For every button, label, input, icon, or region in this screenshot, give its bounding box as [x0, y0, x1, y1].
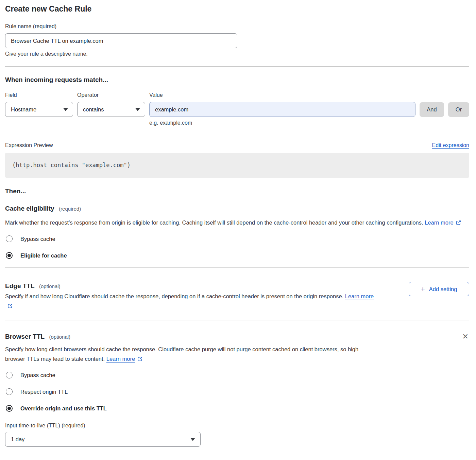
required-badge: (required)	[59, 206, 81, 212]
chevron-down-icon	[63, 108, 68, 111]
close-icon[interactable]: ✕	[461, 333, 470, 341]
ttl-select-arrow-button[interactable]	[185, 432, 200, 446]
edge-ttl-title: Edge TTL	[5, 282, 35, 289]
plus-icon: +	[421, 285, 425, 293]
divider	[5, 267, 469, 268]
radio-bypass-cache[interactable]: Bypass cache	[5, 235, 55, 242]
radio-override-origin-ttl[interactable]: Override origin and use this TTL	[5, 405, 107, 412]
radio-eligible-for-cache[interactable]: Eligible for cache	[5, 252, 67, 259]
operator-label: Operator	[77, 92, 145, 99]
rule-name-label: Rule name (required)	[5, 23, 469, 30]
browser-ttl-description: Specify how long client browsers should …	[5, 344, 377, 364]
match-section-heading: When incoming requests match...	[5, 76, 469, 84]
value-hint-row: e.g. example.com	[5, 117, 469, 126]
add-setting-button[interactable]: + Add setting	[409, 282, 469, 296]
radio-respect-origin-ttl[interactable]: Respect origin TTL	[5, 388, 68, 395]
radio-circle-unchecked	[6, 372, 13, 378]
then-heading: Then...	[5, 187, 469, 195]
field-select-value: Hostname	[11, 106, 36, 113]
optional-badge: (optional)	[39, 283, 61, 289]
field-label: Field	[5, 92, 73, 99]
expression-code-box: (http.host contains "example.com")	[5, 153, 469, 178]
radio-circle-unchecked	[6, 388, 13, 395]
rule-name-help: Give your rule a descriptive name.	[5, 51, 469, 57]
match-controls-row: Hostname contains And Or	[5, 102, 469, 117]
chevron-down-icon	[190, 438, 195, 441]
match-labels-row: Field Operator Value	[5, 92, 469, 99]
optional-badge: (optional)	[49, 334, 71, 340]
divider	[5, 66, 469, 67]
or-button[interactable]: Or	[448, 102, 469, 117]
radio-label: Override origin and use this TTL	[20, 405, 107, 412]
and-button[interactable]: And	[420, 102, 444, 117]
cache-eligibility-learn-more-link[interactable]: Learn more	[425, 219, 453, 226]
radio-circle-checked	[6, 405, 13, 412]
value-hint: e.g. example.com	[149, 120, 415, 126]
expression-code: (http.host contains "example.com")	[12, 162, 131, 169]
external-link-icon	[456, 218, 461, 228]
browser-ttl-header-row: Browser TTL (optional) ✕	[5, 333, 469, 341]
external-link-icon	[137, 355, 142, 364]
value-label: Value	[149, 92, 415, 99]
external-link-icon	[7, 302, 13, 311]
edit-expression-link[interactable]: Edit expression	[432, 142, 469, 148]
rule-name-input[interactable]	[5, 33, 237, 48]
ttl-select-value: 1 day	[5, 432, 185, 446]
radio-label: Bypass cache	[20, 372, 55, 378]
radio-browser-bypass-cache[interactable]: Bypass cache	[5, 372, 55, 378]
value-input[interactable]	[149, 102, 415, 117]
ttl-input-label: Input time-to-live (TTL) (required)	[5, 422, 469, 429]
cache-eligibility-heading: Cache eligibility (required)	[5, 205, 469, 213]
expression-preview-row: Expression Preview Edit expression	[5, 142, 469, 149]
cache-eligibility-title: Cache eligibility	[5, 205, 54, 212]
edge-ttl-description-text: Specify if and how long Cloudflare shoul…	[5, 293, 343, 299]
ttl-select[interactable]: 1 day	[5, 432, 201, 447]
edge-ttl-learn-more-link[interactable]: Learn more	[345, 293, 374, 299]
browser-ttl-description-text: Specify how long client browsers should …	[5, 346, 358, 362]
add-setting-label: Add setting	[429, 286, 457, 293]
radio-label: Respect origin TTL	[20, 388, 68, 395]
chevron-down-icon	[135, 108, 140, 111]
operator-select-value: contains	[83, 106, 104, 113]
edge-ttl-description: Specify if and how long Cloudflare shoul…	[5, 291, 377, 311]
cache-eligibility-description-text: Mark whether the request’s response from…	[5, 219, 423, 226]
page-title: Create new Cache Rule	[5, 4, 469, 14]
browser-ttl-learn-more-link[interactable]: Learn more	[106, 356, 135, 362]
divider	[5, 320, 469, 320]
edge-ttl-heading: Edge TTL (optional)	[5, 282, 61, 290]
field-select[interactable]: Hostname	[5, 102, 73, 117]
radio-circle-unchecked	[6, 235, 13, 242]
cache-eligibility-radio-group: Bypass cache Eligible for cache	[5, 235, 469, 259]
radio-label: Bypass cache	[20, 235, 55, 242]
radio-label: Eligible for cache	[20, 252, 67, 259]
operator-select[interactable]: contains	[77, 102, 145, 117]
create-cache-rule-form: Create new Cache Rule Rule name (require…	[0, 0, 476, 453]
radio-circle-checked	[6, 252, 13, 259]
browser-ttl-title: Browser TTL	[5, 333, 45, 340]
cache-eligibility-description: Mark whether the request’s response from…	[5, 218, 469, 228]
expression-preview-label: Expression Preview	[5, 142, 53, 149]
browser-ttl-heading: Browser TTL (optional)	[5, 333, 70, 341]
browser-ttl-radio-group: Bypass cache Respect origin TTL Override…	[5, 372, 469, 412]
